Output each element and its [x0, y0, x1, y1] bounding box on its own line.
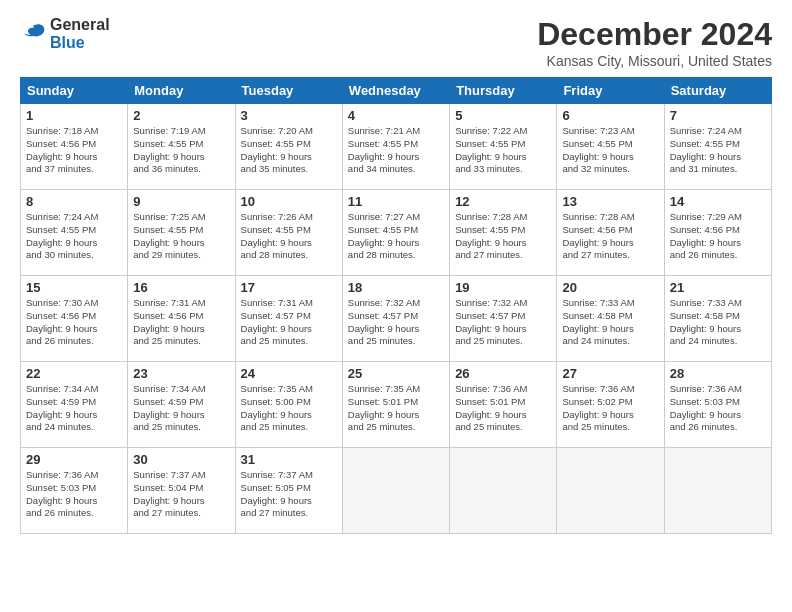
day-number: 19 — [455, 280, 551, 295]
day-number: 31 — [241, 452, 337, 467]
day-number: 27 — [562, 366, 658, 381]
calendar-week-row: 8Sunrise: 7:24 AM Sunset: 4:55 PM Daylig… — [21, 190, 772, 276]
day-number: 12 — [455, 194, 551, 209]
day-number: 6 — [562, 108, 658, 123]
day-info: Sunrise: 7:32 AM Sunset: 4:57 PM Dayligh… — [455, 297, 551, 348]
day-info: Sunrise: 7:37 AM Sunset: 5:05 PM Dayligh… — [241, 469, 337, 520]
calendar-day-cell: 7Sunrise: 7:24 AM Sunset: 4:55 PM Daylig… — [664, 104, 771, 190]
calendar-header-row: SundayMondayTuesdayWednesdayThursdayFrid… — [21, 78, 772, 104]
weekday-header: Wednesday — [342, 78, 449, 104]
calendar-day-cell: 22Sunrise: 7:34 AM Sunset: 4:59 PM Dayli… — [21, 362, 128, 448]
calendar-week-row: 22Sunrise: 7:34 AM Sunset: 4:59 PM Dayli… — [21, 362, 772, 448]
calendar-day-cell: 30Sunrise: 7:37 AM Sunset: 5:04 PM Dayli… — [128, 448, 235, 534]
day-info: Sunrise: 7:36 AM Sunset: 5:02 PM Dayligh… — [562, 383, 658, 434]
day-number: 17 — [241, 280, 337, 295]
day-number: 7 — [670, 108, 766, 123]
calendar-day-cell: 24Sunrise: 7:35 AM Sunset: 5:00 PM Dayli… — [235, 362, 342, 448]
month-title: December 2024 — [537, 16, 772, 53]
day-info: Sunrise: 7:34 AM Sunset: 4:59 PM Dayligh… — [133, 383, 229, 434]
calendar-day-cell — [450, 448, 557, 534]
calendar-day-cell: 5Sunrise: 7:22 AM Sunset: 4:55 PM Daylig… — [450, 104, 557, 190]
day-info: Sunrise: 7:20 AM Sunset: 4:55 PM Dayligh… — [241, 125, 337, 176]
day-number: 29 — [26, 452, 122, 467]
calendar-day-cell: 23Sunrise: 7:34 AM Sunset: 4:59 PM Dayli… — [128, 362, 235, 448]
calendar-day-cell: 31Sunrise: 7:37 AM Sunset: 5:05 PM Dayli… — [235, 448, 342, 534]
day-number: 14 — [670, 194, 766, 209]
calendar-day-cell — [342, 448, 449, 534]
day-info: Sunrise: 7:22 AM Sunset: 4:55 PM Dayligh… — [455, 125, 551, 176]
location: Kansas City, Missouri, United States — [537, 53, 772, 69]
day-info: Sunrise: 7:24 AM Sunset: 4:55 PM Dayligh… — [26, 211, 122, 262]
day-info: Sunrise: 7:28 AM Sunset: 4:56 PM Dayligh… — [562, 211, 658, 262]
calendar-day-cell: 1Sunrise: 7:18 AM Sunset: 4:56 PM Daylig… — [21, 104, 128, 190]
calendar-day-cell: 21Sunrise: 7:33 AM Sunset: 4:58 PM Dayli… — [664, 276, 771, 362]
calendar-day-cell: 6Sunrise: 7:23 AM Sunset: 4:55 PM Daylig… — [557, 104, 664, 190]
day-info: Sunrise: 7:29 AM Sunset: 4:56 PM Dayligh… — [670, 211, 766, 262]
calendar-week-row: 15Sunrise: 7:30 AM Sunset: 4:56 PM Dayli… — [21, 276, 772, 362]
day-number: 21 — [670, 280, 766, 295]
day-number: 11 — [348, 194, 444, 209]
calendar-day-cell: 14Sunrise: 7:29 AM Sunset: 4:56 PM Dayli… — [664, 190, 771, 276]
day-info: Sunrise: 7:19 AM Sunset: 4:55 PM Dayligh… — [133, 125, 229, 176]
day-number: 8 — [26, 194, 122, 209]
calendar-day-cell: 12Sunrise: 7:28 AM Sunset: 4:55 PM Dayli… — [450, 190, 557, 276]
day-info: Sunrise: 7:18 AM Sunset: 4:56 PM Dayligh… — [26, 125, 122, 176]
calendar-week-row: 1Sunrise: 7:18 AM Sunset: 4:56 PM Daylig… — [21, 104, 772, 190]
header: General Blue December 2024 Kansas City, … — [20, 16, 772, 69]
calendar-day-cell: 11Sunrise: 7:27 AM Sunset: 4:55 PM Dayli… — [342, 190, 449, 276]
calendar-day-cell: 4Sunrise: 7:21 AM Sunset: 4:55 PM Daylig… — [342, 104, 449, 190]
day-number: 4 — [348, 108, 444, 123]
day-number: 22 — [26, 366, 122, 381]
day-number: 30 — [133, 452, 229, 467]
day-info: Sunrise: 7:33 AM Sunset: 4:58 PM Dayligh… — [562, 297, 658, 348]
day-number: 13 — [562, 194, 658, 209]
day-info: Sunrise: 7:33 AM Sunset: 4:58 PM Dayligh… — [670, 297, 766, 348]
day-info: Sunrise: 7:28 AM Sunset: 4:55 PM Dayligh… — [455, 211, 551, 262]
calendar-table: SundayMondayTuesdayWednesdayThursdayFrid… — [20, 77, 772, 534]
day-number: 5 — [455, 108, 551, 123]
day-info: Sunrise: 7:31 AM Sunset: 4:56 PM Dayligh… — [133, 297, 229, 348]
day-info: Sunrise: 7:24 AM Sunset: 4:55 PM Dayligh… — [670, 125, 766, 176]
weekday-header: Thursday — [450, 78, 557, 104]
day-info: Sunrise: 7:23 AM Sunset: 4:55 PM Dayligh… — [562, 125, 658, 176]
title-block: December 2024 Kansas City, Missouri, Uni… — [537, 16, 772, 69]
calendar-day-cell: 28Sunrise: 7:36 AM Sunset: 5:03 PM Dayli… — [664, 362, 771, 448]
calendar-day-cell: 8Sunrise: 7:24 AM Sunset: 4:55 PM Daylig… — [21, 190, 128, 276]
day-number: 3 — [241, 108, 337, 123]
day-info: Sunrise: 7:31 AM Sunset: 4:57 PM Dayligh… — [241, 297, 337, 348]
day-info: Sunrise: 7:35 AM Sunset: 5:00 PM Dayligh… — [241, 383, 337, 434]
day-info: Sunrise: 7:36 AM Sunset: 5:03 PM Dayligh… — [26, 469, 122, 520]
logo-blue: Blue — [50, 34, 110, 52]
day-number: 20 — [562, 280, 658, 295]
day-number: 26 — [455, 366, 551, 381]
calendar-day-cell: 26Sunrise: 7:36 AM Sunset: 5:01 PM Dayli… — [450, 362, 557, 448]
day-info: Sunrise: 7:21 AM Sunset: 4:55 PM Dayligh… — [348, 125, 444, 176]
day-number: 10 — [241, 194, 337, 209]
day-number: 24 — [241, 366, 337, 381]
page-container: General Blue December 2024 Kansas City, … — [0, 0, 792, 612]
calendar-day-cell: 10Sunrise: 7:26 AM Sunset: 4:55 PM Dayli… — [235, 190, 342, 276]
calendar-day-cell: 17Sunrise: 7:31 AM Sunset: 4:57 PM Dayli… — [235, 276, 342, 362]
calendar-day-cell: 20Sunrise: 7:33 AM Sunset: 4:58 PM Dayli… — [557, 276, 664, 362]
calendar-day-cell: 19Sunrise: 7:32 AM Sunset: 4:57 PM Dayli… — [450, 276, 557, 362]
day-info: Sunrise: 7:36 AM Sunset: 5:01 PM Dayligh… — [455, 383, 551, 434]
day-info: Sunrise: 7:26 AM Sunset: 4:55 PM Dayligh… — [241, 211, 337, 262]
day-number: 18 — [348, 280, 444, 295]
weekday-header: Saturday — [664, 78, 771, 104]
logo-bird-icon — [22, 22, 46, 42]
day-info: Sunrise: 7:36 AM Sunset: 5:03 PM Dayligh… — [670, 383, 766, 434]
weekday-header: Sunday — [21, 78, 128, 104]
day-number: 2 — [133, 108, 229, 123]
day-info: Sunrise: 7:34 AM Sunset: 4:59 PM Dayligh… — [26, 383, 122, 434]
calendar-day-cell: 9Sunrise: 7:25 AM Sunset: 4:55 PM Daylig… — [128, 190, 235, 276]
day-number: 9 — [133, 194, 229, 209]
weekday-header: Tuesday — [235, 78, 342, 104]
calendar-day-cell: 16Sunrise: 7:31 AM Sunset: 4:56 PM Dayli… — [128, 276, 235, 362]
logo-general: General — [50, 16, 110, 34]
logo: General Blue — [20, 16, 110, 51]
day-number: 1 — [26, 108, 122, 123]
weekday-header: Friday — [557, 78, 664, 104]
calendar-day-cell: 3Sunrise: 7:20 AM Sunset: 4:55 PM Daylig… — [235, 104, 342, 190]
calendar-day-cell: 13Sunrise: 7:28 AM Sunset: 4:56 PM Dayli… — [557, 190, 664, 276]
calendar-day-cell: 15Sunrise: 7:30 AM Sunset: 4:56 PM Dayli… — [21, 276, 128, 362]
